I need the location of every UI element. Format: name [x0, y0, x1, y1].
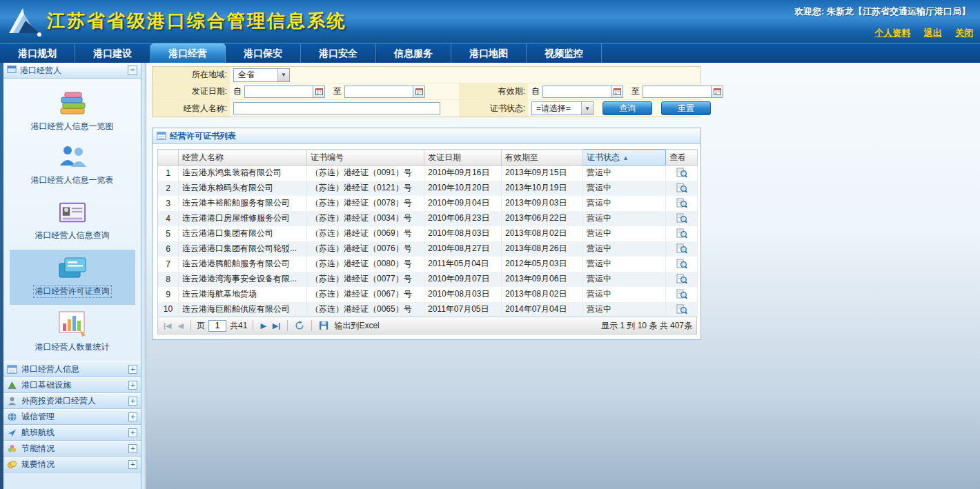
- table-row[interactable]: 4 连云港港口房屋维修服务公司 （苏连）港经证（0034）号 2010年06月2…: [158, 211, 698, 226]
- profile-link[interactable]: 个人资料: [874, 28, 910, 38]
- column-cert-number[interactable]: 证书编号: [307, 150, 424, 166]
- nav-tab-label: 港口地图: [469, 48, 508, 59]
- sidebar-item-operator-statistics[interactable]: 港口经营人数量统计: [10, 305, 135, 360]
- sidebar-group-operator-info[interactable]: 港口经营人信息 +: [3, 361, 141, 377]
- operator-name-input[interactable]: [233, 102, 440, 114]
- column-issue-date[interactable]: 发证日期: [424, 150, 502, 166]
- nav-tab[interactable]: 信息服务: [376, 43, 451, 63]
- bar-chart-icon: [57, 310, 88, 337]
- view-detail-icon[interactable]: [676, 198, 687, 208]
- sidebar-item-license-query[interactable]: 港口经营许可证查询: [10, 250, 135, 305]
- expand-group-button[interactable]: +: [128, 444, 137, 453]
- nav-tab[interactable]: 港口地图: [451, 43, 527, 63]
- nav-tab[interactable]: 港口保安: [226, 43, 301, 63]
- expand-group-button[interactable]: +: [128, 460, 137, 469]
- nav-tab[interactable]: 港口安全: [301, 43, 376, 63]
- table-row[interactable]: 2 连云港东粮码头有限公司 （苏连）港经证（0121）号 2010年10月20日…: [158, 181, 698, 196]
- divider: [253, 320, 253, 331]
- cell-cert-status: 营运中: [583, 241, 666, 257]
- body-area: 港口经营人 − 港口经营人信息一览图: [0, 63, 980, 489]
- cell-operator-name: 连云港东粮码头有限公司: [179, 181, 307, 196]
- prev-page-button[interactable]: ◀: [177, 319, 185, 332]
- cell-cert-number: （苏连）港经证（0080）号: [307, 257, 424, 272]
- view-detail-icon[interactable]: [676, 213, 687, 223]
- sidebar-group-label: 外商投资港口经营人: [21, 395, 128, 407]
- next-page-button[interactable]: ▶: [259, 319, 267, 332]
- cert-status-select[interactable]: =请选择= ▼: [531, 101, 594, 115]
- view-detail-icon[interactable]: [676, 168, 687, 178]
- license-table: 经营人名称 证书编号 发证日期 有效期至 证书状态▲ 查看 1: [157, 149, 698, 317]
- validity-from-input[interactable]: [542, 86, 611, 98]
- sidebar-item-operator-overview-map[interactable]: 港口经营人信息一览图: [10, 84, 135, 139]
- issue-date-to-input[interactable]: [344, 86, 413, 98]
- last-page-button[interactable]: ▶|: [271, 319, 282, 332]
- expand-group-button[interactable]: +: [128, 397, 137, 406]
- expand-group-button[interactable]: +: [128, 365, 137, 374]
- expand-group-button[interactable]: +: [128, 381, 137, 390]
- view-detail-icon[interactable]: [676, 274, 687, 284]
- expand-group-button[interactable]: +: [128, 428, 137, 437]
- nav-tab[interactable]: 港口规划: [0, 43, 75, 63]
- sidebar-splitter[interactable]: [141, 63, 146, 489]
- export-excel-icon[interactable]: [317, 319, 331, 332]
- sidebar-item-label: 港口经营许可证查询: [33, 285, 112, 298]
- nav-tab-label: 港口建设: [93, 48, 132, 59]
- logout-link[interactable]: 退出: [924, 28, 942, 38]
- cell-cert-status: 营运中: [583, 166, 666, 181]
- nav-tab[interactable]: 港口经营: [150, 43, 226, 63]
- sidebar-group-port-facilities[interactable]: 港口基础设施 +: [3, 377, 141, 393]
- issue-date-label: 发证日期:: [153, 83, 230, 99]
- validity-to-input[interactable]: [643, 86, 712, 98]
- user-links: 个人资料 退出 关闭: [863, 27, 973, 39]
- calendar-picker-icon[interactable]: [313, 86, 325, 98]
- sidebar-group-foreign-operators[interactable]: 外商投资港口经营人 +: [3, 393, 141, 409]
- table-row[interactable]: 9 连云港海航基地货场 （苏连）港经证（0067）号 2010年08月03日 2…: [158, 287, 698, 302]
- table-row[interactable]: 3 连云港丰裕船舶服务有限公司 （苏连）港经证（0078）号 2010年09月0…: [158, 196, 698, 211]
- export-excel-label[interactable]: 输出到Excel: [334, 320, 379, 332]
- view-detail-icon[interactable]: [676, 304, 687, 315]
- license-cards-icon: [57, 255, 88, 281]
- sidebar-group-flight-routes[interactable]: 航班航线 +: [3, 425, 141, 441]
- view-detail-icon[interactable]: [676, 259, 687, 269]
- sidebar-group-energy-saving[interactable]: 节能情况 +: [3, 441, 141, 457]
- view-detail-icon[interactable]: [676, 243, 687, 254]
- calendar-picker-icon[interactable]: [611, 86, 623, 98]
- refresh-button[interactable]: [293, 319, 306, 332]
- region-select[interactable]: 全省 ▼: [233, 68, 290, 82]
- calendar-picker-icon[interactable]: [712, 86, 723, 98]
- reset-button[interactable]: 重置: [661, 101, 711, 115]
- calendar-picker-icon[interactable]: [413, 86, 425, 98]
- sidebar-item-operator-overview-table[interactable]: 港口经营人信息一览表: [10, 139, 135, 194]
- sidebar-item-operator-info-query[interactable]: 港口经营人信息查询: [10, 194, 135, 250]
- table-row[interactable]: 6 连云港港口集团有限公司轮驳... （苏连）港经证（0076）号 2010年0…: [158, 241, 698, 257]
- nav-tab[interactable]: 港口建设: [75, 43, 150, 63]
- page-number-input[interactable]: [208, 320, 226, 332]
- nav-tab[interactable]: 视频监控: [527, 43, 602, 63]
- column-cert-status-sorted[interactable]: 证书状态▲: [583, 150, 666, 166]
- row-number: 3: [158, 196, 179, 211]
- close-link[interactable]: 关闭: [955, 28, 973, 38]
- table-row[interactable]: 1 连云港东鸿集装箱有限公司 （苏连）港经证（0091）号 2010年09月16…: [158, 166, 698, 181]
- view-detail-icon[interactable]: [676, 183, 687, 193]
- query-button[interactable]: 查询: [602, 101, 652, 115]
- table-row[interactable]: 10 连云港海巨船舶供应有限公司 （苏连）港经证（0065）号 2011年07月…: [158, 302, 698, 317]
- issue-date-from-input[interactable]: [244, 86, 313, 98]
- view-detail-icon[interactable]: [676, 289, 687, 299]
- column-valid-until[interactable]: 有效期至: [502, 150, 583, 166]
- pagination-summary: 显示 1 到 10 条 共 407条: [601, 320, 692, 332]
- chevron-down-icon: ▼: [277, 69, 289, 81]
- cell-issue-date: 2010年09月16日: [424, 166, 502, 181]
- first-page-button[interactable]: |◀: [162, 319, 173, 332]
- sidebar: 港口经营人 − 港口经营人信息一览图: [3, 63, 141, 489]
- sidebar-group-credit-management[interactable]: 诚信管理 +: [3, 409, 141, 425]
- expand-group-button[interactable]: +: [128, 412, 137, 421]
- app-title: 江苏省省级港口综合管理信息系统: [47, 9, 347, 33]
- table-row[interactable]: 5 连云港港口集团有限公司 （苏连）港经证（0069）号 2010年08月03日…: [158, 226, 698, 241]
- sidebar-group-fees[interactable]: 规费情况 +: [3, 457, 141, 472]
- collapse-panel-button[interactable]: −: [128, 66, 137, 75]
- view-detail-icon[interactable]: [676, 228, 687, 239]
- column-operator-name[interactable]: 经营人名称: [179, 150, 307, 166]
- table-row[interactable]: 7 连云港港腾船舶服务有限公司 （苏连）港经证（0080）号 2011年05月0…: [158, 257, 698, 272]
- table-row[interactable]: 8 连云港港湾海事安全设备有限... （苏连）港经证（0077）号 2010年0…: [158, 272, 698, 287]
- sidebar-panel-header[interactable]: 港口经营人 −: [3, 63, 141, 79]
